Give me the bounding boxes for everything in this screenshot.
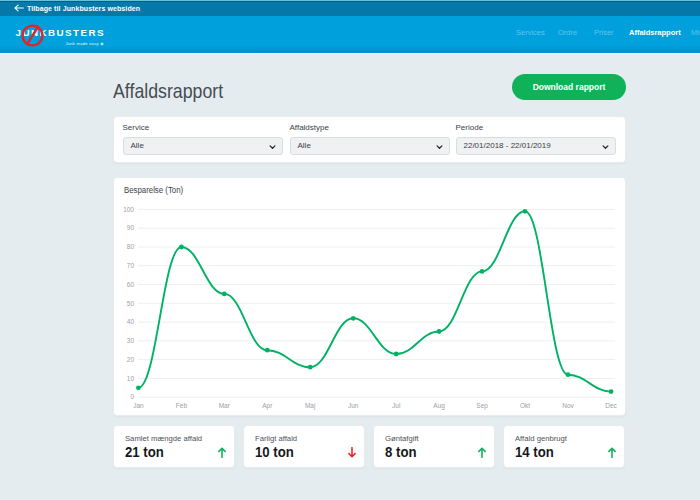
svg-text:Sep: Sep xyxy=(476,402,488,410)
svg-text:30: 30 xyxy=(127,337,135,344)
svg-text:Mar: Mar xyxy=(219,402,231,409)
svg-text:100: 100 xyxy=(123,206,134,213)
svg-text:40: 40 xyxy=(127,318,135,325)
svg-text:Apr: Apr xyxy=(262,402,273,410)
svg-text:Jun: Jun xyxy=(348,402,359,409)
svg-text:0: 0 xyxy=(130,393,134,400)
svg-text:Dec: Dec xyxy=(605,402,617,409)
svg-text:Aug: Aug xyxy=(433,402,445,410)
svg-text:50: 50 xyxy=(127,300,135,307)
svg-text:Okt: Okt xyxy=(520,402,530,409)
svg-text:Feb: Feb xyxy=(176,402,188,409)
svg-text:Maj: Maj xyxy=(305,402,315,410)
svg-text:80: 80 xyxy=(127,243,135,250)
svg-text:10: 10 xyxy=(127,375,135,382)
svg-text:Jan: Jan xyxy=(133,402,144,409)
svg-text:60: 60 xyxy=(127,281,135,288)
svg-text:90: 90 xyxy=(127,224,135,231)
svg-text:20: 20 xyxy=(127,356,135,363)
svg-text:70: 70 xyxy=(127,262,135,269)
svg-text:Nov: Nov xyxy=(562,402,574,409)
svg-text:Jul: Jul xyxy=(392,402,401,409)
